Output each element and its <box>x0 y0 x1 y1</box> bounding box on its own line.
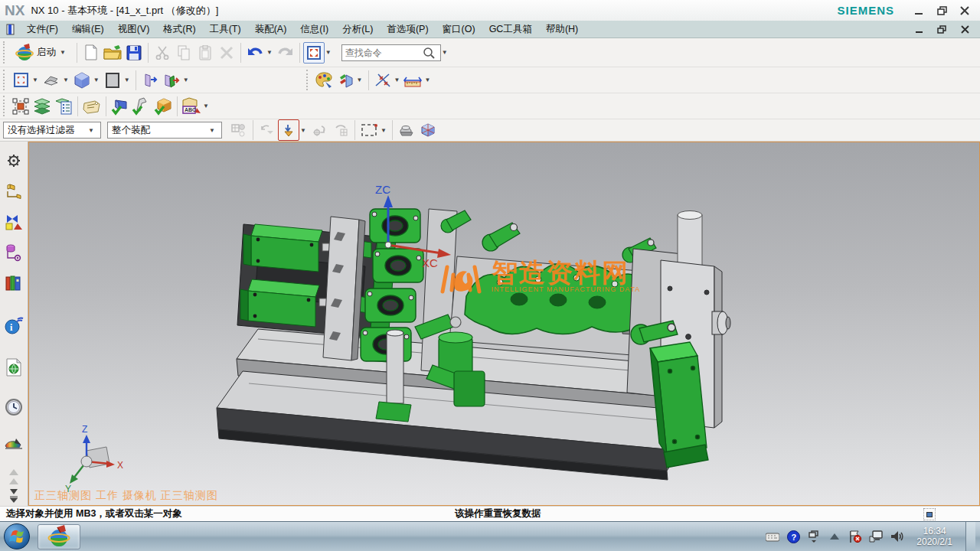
clip-section-button[interactable] <box>139 70 161 91</box>
layer-stack-button[interactable] <box>31 96 53 117</box>
cube-select-button[interactable] <box>417 119 439 141</box>
reuse-library-icon[interactable] <box>2 272 25 295</box>
start-menu-button[interactable]: 启动 ▼ <box>10 41 74 64</box>
orient-view-button[interactable] <box>41 70 62 91</box>
toolbar-grip[interactable] <box>3 96 7 116</box>
layer-settings-button[interactable] <box>53 96 74 117</box>
note-button[interactable] <box>81 96 103 117</box>
section-dropdown-icon[interactable]: ▼ <box>183 77 189 83</box>
search-icon[interactable] <box>422 47 436 59</box>
graphics-viewport[interactable]: ZC XC Z X Y <box>28 142 980 506</box>
menu-item-format[interactable]: 格式(R) <box>156 21 202 38</box>
restore-icon[interactable] <box>936 5 948 16</box>
marquee-dropdown-icon[interactable]: ▼ <box>381 127 387 134</box>
toolbar-grip[interactable] <box>306 70 310 90</box>
toolbar-grip[interactable] <box>3 41 7 64</box>
help-tray-icon[interactable]: ? <box>786 530 800 543</box>
snap-point-button[interactable] <box>372 70 394 91</box>
action-center-flag-icon[interactable] <box>848 530 862 543</box>
child-restore-icon[interactable] <box>936 24 948 34</box>
window-tray-icon[interactable] <box>807 530 821 543</box>
open-folder-icon <box>103 45 122 60</box>
part-navigator-icon[interactable] <box>2 241 25 264</box>
background-button[interactable] <box>102 70 123 91</box>
new-file-button[interactable] <box>80 42 102 64</box>
check-block-button[interactable] <box>109 96 131 117</box>
status-window-icon[interactable] <box>923 508 936 520</box>
command-finder[interactable] <box>341 44 441 61</box>
selection-scope-combo[interactable]: 整个装配▼ <box>107 122 222 139</box>
scroll-up2-icon[interactable] <box>2 477 25 486</box>
measure-dropdown-icon[interactable]: ▼ <box>424 77 430 83</box>
close-icon[interactable] <box>959 5 971 16</box>
roles-palette-icon[interactable] <box>2 432 25 455</box>
taskbar-clock[interactable]: 16:34 2020/2/1 <box>910 526 959 547</box>
open-file-button[interactable] <box>102 42 123 64</box>
menu-item-gc-toolbox[interactable]: GC工具箱 <box>482 21 539 38</box>
paste-button <box>194 42 216 64</box>
menu-item-view[interactable]: 视图(V) <box>111 21 157 38</box>
edit-section-button[interactable] <box>161 70 182 91</box>
window-fit-button[interactable] <box>303 42 325 64</box>
snap-dropdown-icon[interactable]: ▼ <box>394 77 400 83</box>
render-style-dropdown-icon[interactable]: ▼ <box>93 77 100 83</box>
menu-item-assemblies[interactable]: 装配(A) <box>248 21 294 38</box>
move-component-button[interactable] <box>10 96 31 117</box>
menu-item-information[interactable]: 信息(I) <box>293 21 335 38</box>
start-button[interactable] <box>4 523 30 549</box>
check-tool-button[interactable] <box>131 96 152 117</box>
show-hidden-icons[interactable] <box>828 530 841 543</box>
menu-item-window[interactable]: 窗口(O) <box>436 21 482 38</box>
internet-globe-icon[interactable]: i <box>2 315 25 337</box>
child-close-icon[interactable] <box>959 24 971 34</box>
view-label: 正三轴测图 工作 摄像机 正三轴测图 <box>34 489 218 503</box>
command-finder-input[interactable] <box>345 47 422 58</box>
show-desktop-button[interactable] <box>965 522 975 551</box>
web-browser-icon[interactable] <box>2 356 25 379</box>
orient-view-dropdown-icon[interactable]: ▼ <box>63 77 69 83</box>
keyboard-tray-icon[interactable] <box>766 530 779 543</box>
annotation-dropdown-icon[interactable]: ▼ <box>203 103 209 109</box>
scroll-down2-icon[interactable] <box>2 495 25 503</box>
menu-item-preferences[interactable]: 首选项(P) <box>380 21 435 38</box>
toolbar-grip[interactable] <box>3 70 7 90</box>
menu-item-edit[interactable]: 编辑(E) <box>65 21 111 38</box>
undo-dropdown-icon[interactable]: ▼ <box>266 49 273 56</box>
selection-filter-combo[interactable]: 没有选择过滤器▼ <box>3 122 101 139</box>
role-button[interactable] <box>313 70 335 91</box>
network-tray-icon[interactable] <box>869 530 883 543</box>
menu-item-help[interactable]: 帮助(H) <box>539 21 585 38</box>
background-dropdown-icon[interactable]: ▼ <box>124 77 130 83</box>
true-shading-button[interactable] <box>335 70 356 91</box>
fit-view-button[interactable] <box>10 70 31 91</box>
search-dropdown-icon[interactable]: ▼ <box>442 49 448 56</box>
cap-button[interactable] <box>396 119 417 141</box>
triad-z-label: Z <box>82 424 87 435</box>
check-cube-button[interactable] <box>152 96 174 117</box>
assembly-navigator-icon[interactable] <box>2 180 25 203</box>
menu-item-analysis[interactable]: 分析(L) <box>335 21 380 38</box>
window-fit-dropdown-icon[interactable]: ▼ <box>325 49 332 56</box>
save-button[interactable] <box>123 42 145 64</box>
measure-button[interactable] <box>402 70 423 91</box>
menu-item-file[interactable]: 文件(F) <box>20 21 65 38</box>
marquee-select-button[interactable] <box>358 119 380 141</box>
taskbar-nx-button[interactable] <box>38 524 80 549</box>
gear-icon[interactable] <box>2 149 25 172</box>
toolbar-standard: 启动 ▼ ▼ ▼ ▼ <box>0 38 980 67</box>
menu-item-tools[interactable]: 工具(T) <box>203 21 248 38</box>
volume-tray-icon[interactable] <box>890 530 903 543</box>
scroll-down-icon[interactable] <box>2 487 25 495</box>
scroll-up-icon[interactable] <box>2 468 25 477</box>
history-clock-icon[interactable] <box>2 396 25 419</box>
constraint-navigator-icon[interactable] <box>2 210 25 233</box>
fit-view-dropdown-icon[interactable]: ▼ <box>32 77 38 83</box>
filter-highlight-button[interactable] <box>278 119 299 141</box>
shading-dropdown-icon[interactable]: ▼ <box>357 77 363 83</box>
filter-dropdown-icon[interactable]: ▼ <box>300 127 306 134</box>
child-minimize-icon[interactable] <box>913 24 925 34</box>
annotation-button[interactable]: ABC <box>181 96 202 117</box>
render-style-button[interactable] <box>71 70 93 91</box>
undo-button[interactable] <box>244 42 266 64</box>
minimize-icon[interactable] <box>913 5 925 16</box>
